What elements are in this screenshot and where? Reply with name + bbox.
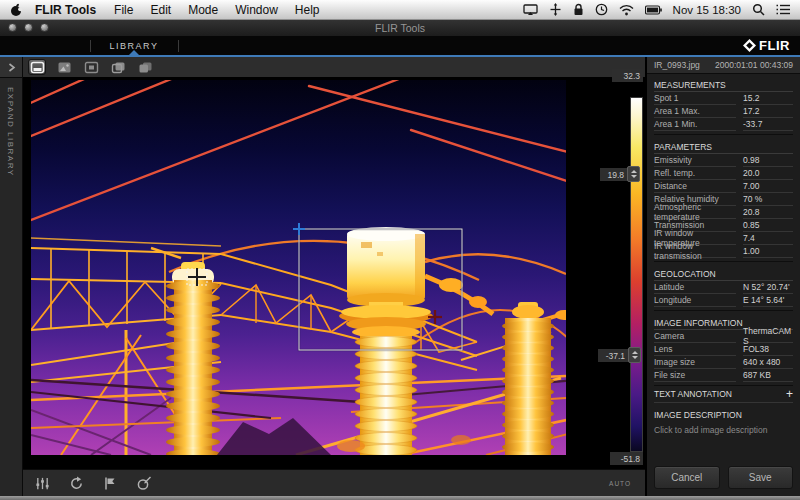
target-icon (136, 475, 152, 491)
image-workspace: 32.3 19.8 -37.1 -51.8 AUTO (23, 57, 645, 496)
photo-mode-button[interactable] (55, 59, 73, 75)
table-row: Latitude N 52° 20.74' (654, 281, 793, 294)
photo-mode-icon (57, 61, 72, 74)
menu-mode[interactable]: Mode (188, 3, 218, 17)
image-stage (23, 77, 645, 470)
row-value[interactable]: 0.98 (743, 154, 793, 167)
image-description-field[interactable]: Click to add image description (654, 420, 793, 435)
scale-min-label: -51.8 (610, 452, 643, 465)
flag-button[interactable] (101, 474, 119, 492)
lower-level-stepper[interactable] (628, 347, 641, 363)
library-sidebar: EXPAND LIBRARY (0, 57, 23, 496)
table-row: Image size 640 x 480 (654, 356, 793, 369)
window-bottom-edge (0, 496, 800, 500)
thermal-image[interactable] (31, 80, 566, 455)
rotate-button[interactable] (67, 474, 85, 492)
row-value[interactable]: 20.0 (743, 167, 793, 180)
row-label: Emissivity (654, 154, 736, 167)
section-measurements: MEASUREMENTS (654, 73, 793, 92)
battery-icon[interactable] (645, 5, 662, 15)
row-value[interactable]: 7.00 (743, 180, 793, 193)
chevron-right-icon (7, 62, 16, 73)
menu-bar: FLIR Tools File Edit Mode Window Help No… (0, 0, 800, 20)
scale-upper-level[interactable]: 19.8 (600, 168, 627, 181)
image-timestamp: 2000:01:01 00:43:09 (715, 60, 793, 70)
table-row: Emissivity 0.98 (654, 154, 793, 167)
window-title: FLIR Tools (0, 22, 800, 34)
upper-level-stepper[interactable] (627, 166, 640, 182)
row-label: Camera (654, 330, 736, 343)
row-value[interactable]: 20.8 (743, 206, 793, 219)
row-label: Image size (654, 356, 736, 369)
row-value: E 14° 5.64' (743, 294, 793, 307)
row-value[interactable]: 1.00 (743, 245, 793, 258)
notification-list-icon[interactable] (776, 4, 790, 15)
ir-mode-button[interactable] (28, 59, 46, 75)
apple-icon[interactable] (10, 3, 23, 17)
table-row: Atmospheric temperature 20.8 (654, 206, 793, 219)
view-mode-toolbar (23, 57, 645, 78)
row-value: 687 KB (743, 369, 793, 382)
row-value: -33.7 (743, 118, 793, 131)
sliders-icon (35, 476, 50, 491)
menu-edit[interactable]: Edit (150, 3, 171, 17)
spotlight-icon[interactable] (752, 3, 765, 16)
save-button[interactable]: Save (728, 466, 794, 489)
scale-lower-level[interactable]: -37.1 (598, 349, 628, 362)
row-label: Spot 1 (654, 92, 736, 105)
row-label: Lens (654, 343, 736, 356)
table-row: Camera ThermaCAM S (654, 330, 793, 343)
location-target-button[interactable] (135, 474, 153, 492)
difference-mode-button[interactable] (136, 59, 154, 75)
panel-footer: Cancel Save (654, 466, 793, 489)
lock-icon[interactable] (573, 3, 584, 16)
blend-mode-button[interactable] (109, 59, 127, 75)
row-value[interactable]: 70 % (743, 193, 793, 206)
row-value: 15.2 (743, 92, 793, 105)
menu-file[interactable]: File (114, 3, 133, 17)
image-header: IR_0993.jpg 2000:01:01 00:43:09 (647, 57, 800, 74)
row-label: Distance (654, 180, 736, 193)
section-text-annotation: TEXT ANNOTATION (654, 389, 732, 399)
text-annotation-row[interactable]: TEXT ANNOTATION + (654, 385, 793, 403)
difference-mode-icon (138, 61, 153, 74)
tab-divider (90, 40, 91, 52)
panel-sections: MEASUREMENTS Spot 1 15.2 Area 1 Max. 17.… (647, 73, 800, 462)
row-label: Latitude (654, 281, 736, 294)
menubar-clock[interactable]: Nov 15 18:30 (673, 4, 741, 16)
row-value: ThermaCAM S (743, 330, 793, 343)
accent-line (0, 55, 800, 57)
row-label: IR window transmission (654, 245, 736, 258)
menu-window[interactable]: Window (235, 3, 278, 17)
row-value: N 52° 20.74' (743, 281, 793, 294)
row-label: Longitude (654, 294, 736, 307)
pip-mode-icon (84, 61, 99, 74)
app-menu[interactable]: FLIR Tools (35, 3, 96, 17)
clock-icon[interactable] (595, 3, 608, 16)
expand-library-button[interactable] (0, 57, 22, 78)
adjust-sliders-button[interactable] (33, 474, 51, 492)
section-geolocation: GEOLOCATION (654, 261, 793, 281)
temperature-scale-bar[interactable] (630, 97, 643, 452)
tab-divider (178, 40, 179, 52)
table-row: File size 687 KB (654, 369, 793, 382)
row-value: 640 x 480 (743, 356, 793, 369)
row-value[interactable]: 7.4 (743, 232, 793, 245)
adjust-toolbar: AUTO (23, 469, 645, 496)
flir-logo-text: FLIR (759, 38, 790, 53)
pip-mode-button[interactable] (82, 59, 100, 75)
rotate-icon (69, 476, 84, 491)
cancel-button[interactable]: Cancel (654, 466, 720, 489)
menu-help[interactable]: Help (295, 3, 320, 17)
table-row: Lens FOL38 (654, 343, 793, 356)
row-label: File size (654, 369, 736, 382)
move-arrows-icon[interactable] (549, 3, 562, 16)
auto-scale-label[interactable]: AUTO (609, 480, 631, 487)
add-annotation-button[interactable]: + (786, 388, 793, 400)
expand-library-label: EXPAND LIBRARY (6, 87, 15, 177)
row-label: Area 1 Max. (654, 105, 736, 118)
airplay-icon[interactable] (523, 4, 538, 16)
wifi-icon[interactable] (619, 4, 634, 16)
row-value[interactable]: 0.85 (743, 219, 793, 232)
table-row: Distance 7.00 (654, 180, 793, 193)
